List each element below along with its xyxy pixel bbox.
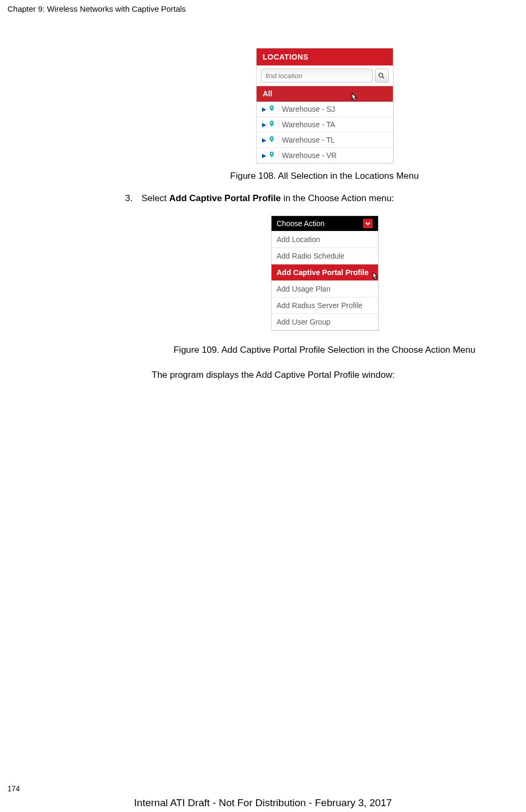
svg-point-0 bbox=[379, 73, 383, 77]
menu-item-add-usage-plan[interactable]: Add Usage Plan bbox=[272, 280, 378, 297]
chevron-down-icon bbox=[365, 221, 371, 226]
pin-icon bbox=[268, 104, 275, 114]
chevron-right-icon: ▶ bbox=[262, 121, 266, 128]
location-list: ▶ Warehouse - SJ ▶ Warehouse - TA ▶ Ware… bbox=[257, 102, 393, 163]
pin-icon bbox=[268, 120, 275, 129]
search-button[interactable] bbox=[375, 69, 389, 82]
search-icon bbox=[378, 72, 385, 79]
search-row bbox=[257, 65, 393, 86]
menu-item-add-user-group[interactable]: Add User Group bbox=[272, 313, 378, 330]
location-name: Warehouse - SJ bbox=[282, 105, 335, 113]
menu-item-add-radius-server-profile[interactable]: Add Radius Server Profile bbox=[272, 297, 378, 313]
pin-icon bbox=[268, 135, 275, 145]
all-row[interactable]: All bbox=[257, 86, 393, 102]
divider bbox=[278, 151, 279, 160]
figure-109-caption: Figure 109. Add Captive Portal Profile S… bbox=[125, 344, 524, 356]
dropdown-arrow bbox=[363, 219, 373, 228]
locations-title: LOCATIONS bbox=[257, 48, 393, 65]
step-3: 3. Select Add Captive Portal Profile in … bbox=[125, 193, 524, 204]
location-name: Warehouse - TL bbox=[282, 136, 335, 144]
cursor-icon bbox=[369, 271, 381, 283]
footer-text: Internal ATI Draft - Not For Distributio… bbox=[0, 797, 526, 809]
page-number: 174 bbox=[7, 784, 20, 793]
list-item[interactable]: ▶ Warehouse - TA bbox=[257, 117, 393, 132]
after-text: The program displays the Add Captive Por… bbox=[125, 370, 524, 380]
choose-action-menu: Choose Action Add Location Add Radio Sch… bbox=[271, 216, 379, 330]
location-name: Warehouse - VR bbox=[282, 151, 337, 160]
location-name: Warehouse - TA bbox=[282, 120, 335, 129]
menu-item-add-captive-portal-profile[interactable]: Add Captive Portal Profile bbox=[272, 264, 378, 280]
menu-item-add-radio-schedule[interactable]: Add Radio Schedule bbox=[272, 247, 378, 264]
step-number: 3. bbox=[125, 193, 139, 204]
cursor-icon bbox=[348, 92, 361, 104]
step-bold: Add Captive Portal Profile bbox=[169, 193, 281, 203]
chevron-right-icon: ▶ bbox=[262, 106, 266, 113]
choose-action-label: Choose Action bbox=[277, 219, 325, 228]
list-item[interactable]: ▶ Warehouse - SJ bbox=[257, 102, 393, 117]
list-item[interactable]: ▶ Warehouse - VR bbox=[257, 148, 393, 163]
chapter-header: Chapter 9: Wireless Networks with Captiv… bbox=[0, 0, 526, 13]
divider bbox=[278, 136, 279, 144]
list-item[interactable]: ▶ Warehouse - TL bbox=[257, 132, 393, 148]
svg-line-1 bbox=[382, 77, 384, 78]
pin-icon bbox=[268, 151, 275, 160]
search-input[interactable] bbox=[261, 69, 373, 82]
all-label: All bbox=[263, 89, 273, 98]
step-suffix: in the Choose Action menu: bbox=[281, 193, 394, 203]
step-prefix: Select bbox=[142, 193, 169, 203]
locations-panel: LOCATIONS All ▶ Warehouse - SJ ▶ bbox=[256, 48, 393, 163]
menu-item-add-location[interactable]: Add Location bbox=[272, 231, 378, 247]
divider bbox=[278, 105, 279, 113]
chevron-right-icon: ▶ bbox=[262, 137, 266, 144]
figure-108-caption: Figure 108. All Selection in the Locatio… bbox=[125, 171, 524, 181]
chevron-right-icon: ▶ bbox=[262, 152, 266, 159]
divider bbox=[278, 120, 279, 129]
choose-action-header[interactable]: Choose Action bbox=[272, 216, 378, 231]
menu-item-label: Add Captive Portal Profile bbox=[277, 268, 369, 277]
